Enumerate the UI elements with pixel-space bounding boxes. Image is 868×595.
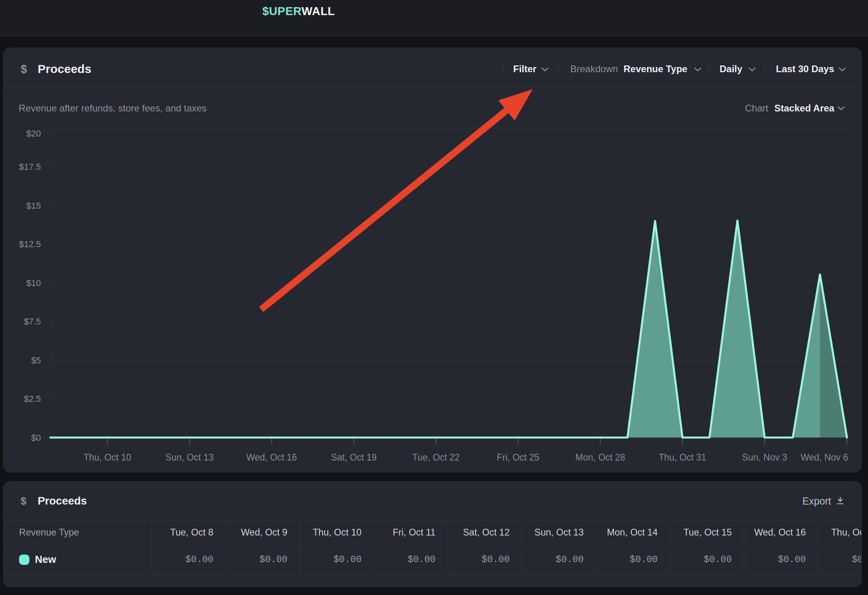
svg-text:$0: $0 (31, 433, 41, 443)
svg-text:Thu, Oct 31: Thu, Oct 31 (658, 452, 706, 463)
svg-text:$20: $20 (26, 129, 41, 138)
svg-text:Fri, Oct 25: Fri, Oct 25 (497, 452, 539, 463)
svg-text:Wed, Nov 6: Wed, Nov 6 (801, 452, 848, 463)
svg-text:Thu, Oct 10: Thu, Oct 10 (83, 452, 131, 463)
svg-text:$12.5: $12.5 (19, 239, 41, 249)
svg-text:$5: $5 (31, 355, 41, 365)
svg-text:$7.5: $7.5 (24, 317, 41, 326)
svg-text:$10: $10 (26, 278, 41, 288)
svg-text:Tue, Oct 22: Tue, Oct 22 (412, 452, 460, 463)
svg-text:Sat, Oct 19: Sat, Oct 19 (331, 452, 377, 463)
svg-text:Wed, Oct 16: Wed, Oct 16 (246, 452, 297, 463)
svg-text:$17.5: $17.5 (19, 162, 41, 172)
svg-text:Mon, Oct 28: Mon, Oct 28 (575, 452, 625, 463)
svg-text:Sun, Oct 13: Sun, Oct 13 (166, 452, 214, 463)
svg-text:Sun, Nov 3: Sun, Nov 3 (742, 452, 787, 463)
svg-text:$15: $15 (26, 201, 41, 211)
svg-text:$2.5: $2.5 (24, 394, 41, 404)
